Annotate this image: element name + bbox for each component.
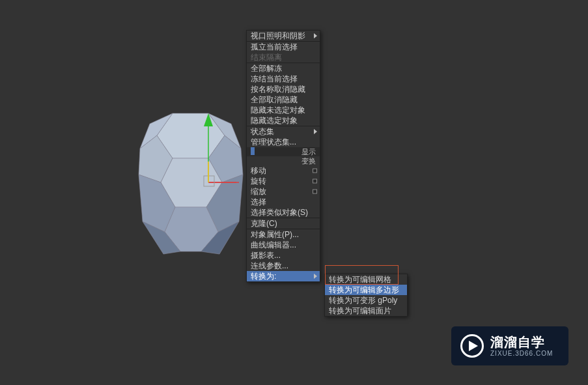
play-icon — [460, 334, 484, 358]
menu-item: 结束隔离 — [247, 52, 320, 63]
menu-item-label: 状态集 — [251, 127, 274, 136]
menu-item-label: 孤立当前选择 — [251, 42, 298, 51]
menu-item-label: 全部取消隐藏 — [251, 95, 298, 104]
menu-item[interactable]: 缩放 — [247, 186, 320, 197]
watermark: 溜溜自学 ZIXUE.3D66.COM — [451, 326, 568, 365]
menu-item-label: 选择类似对象(S) — [251, 208, 308, 217]
menu-header-label: 变换 — [301, 157, 316, 165]
menu-item[interactable]: 冻结当前选择 — [247, 74, 320, 84]
menu-item[interactable]: 转换为可编辑面片 — [325, 306, 407, 316]
menu-item[interactable]: 转换为可编辑网格 — [325, 274, 407, 285]
menu-item-label: 曲线编辑器... — [251, 240, 296, 250]
submenu-arrow-icon — [314, 129, 317, 134]
context-menu[interactable]: 视口照明和阴影孤立当前选择结束隔离全部解冻冻结当前选择按名称取消隐藏全部取消隐藏… — [246, 30, 320, 282]
menu-item[interactable]: 转换为可变形 gPoly — [325, 295, 407, 306]
menu-header-label: 显示 — [301, 148, 316, 156]
menu-item-label: 克隆(C) — [251, 219, 277, 228]
menu-item-label: 旋转 — [251, 177, 266, 186]
convert-submenu[interactable]: 转换为可编辑网格转换为可编辑多边形转换为可变形 gPoly转换为可编辑面片 — [324, 274, 408, 317]
menu-item-label: 移动 — [251, 166, 266, 175]
menu-item-label: 结束隔离 — [251, 53, 282, 62]
menu-item-label: 摄影表... — [251, 251, 281, 260]
menu-item[interactable]: 隐藏未选定对象 — [247, 105, 320, 115]
menu-item-label: 转换为可变形 gPoly — [329, 296, 397, 305]
menu-item[interactable]: 连线参数... — [247, 261, 320, 271]
selected-object[interactable] — [133, 109, 247, 256]
menu-item-label: 对象属性(P)... — [251, 230, 299, 239]
menu-item[interactable]: 按名称取消隐藏 — [247, 84, 320, 94]
menu-item[interactable]: 管理状态集... — [247, 137, 320, 147]
menu-item[interactable]: 转换为: — [247, 271, 320, 281]
menu-item[interactable]: 转换为可编辑多边形 — [325, 285, 407, 295]
menu-item[interactable]: 全部解冻 — [247, 63, 320, 74]
menu-header: 变换 — [247, 156, 320, 165]
menu-item[interactable]: 选择类似对象(S) — [247, 207, 320, 218]
checkbox-icon — [313, 169, 317, 173]
watermark-title: 溜溜自学 — [490, 334, 553, 350]
menu-item[interactable]: 状态集 — [247, 126, 320, 137]
menu-item-label: 转换为可编辑网格 — [329, 275, 391, 284]
submenu-arrow-icon — [314, 33, 317, 38]
menu-item[interactable]: 选择 — [247, 197, 320, 207]
watermark-url: ZIXUE.3D66.COM — [490, 350, 553, 358]
menu-item[interactable]: 对象属性(P)... — [247, 229, 320, 240]
menu-item-label: 缩放 — [251, 187, 266, 196]
menu-item[interactable]: 孤立当前选择 — [247, 42, 320, 52]
menu-item[interactable]: 隐藏选定对象 — [247, 115, 320, 126]
menu-item-label: 选择 — [251, 197, 266, 207]
menu-item[interactable]: 旋转 — [247, 176, 320, 186]
submenu-arrow-icon — [314, 274, 317, 279]
menu-item[interactable]: 摄影表... — [247, 250, 320, 261]
menu-item-label: 隐藏未选定对象 — [251, 106, 305, 115]
menu-item-label: 视口照明和阴影 — [251, 31, 305, 40]
menu-item-label: 转换为可编辑面片 — [329, 306, 391, 315]
menu-item[interactable]: 克隆(C) — [247, 218, 320, 229]
checkbox-icon — [313, 190, 317, 194]
menu-item-label: 冻结当前选择 — [251, 74, 298, 83]
menu-item[interactable]: 曲线编辑器... — [247, 240, 320, 250]
menu-item-label: 管理状态集... — [251, 137, 296, 147]
menu-item[interactable]: 视口照明和阴影 — [247, 31, 320, 41]
menu-item[interactable]: 全部取消隐藏 — [247, 94, 320, 105]
menu-item-label: 连线参数... — [251, 261, 288, 270]
menu-item-label: 转换为可编辑多边形 — [329, 285, 399, 294]
viewport[interactable]: 视口照明和阴影孤立当前选择结束隔离全部解冻冻结当前选择按名称取消隐藏全部取消隐藏… — [0, 0, 588, 385]
menu-item-label: 全部解冻 — [251, 64, 282, 73]
menu-item-label: 转换为: — [251, 272, 276, 281]
menu-item[interactable]: 移动 — [247, 165, 320, 176]
menu-item-label: 隐藏选定对象 — [251, 116, 298, 125]
menu-item-label: 按名称取消隐藏 — [251, 85, 305, 94]
checkbox-icon — [313, 179, 317, 184]
menu-header: 显示 — [247, 147, 320, 156]
